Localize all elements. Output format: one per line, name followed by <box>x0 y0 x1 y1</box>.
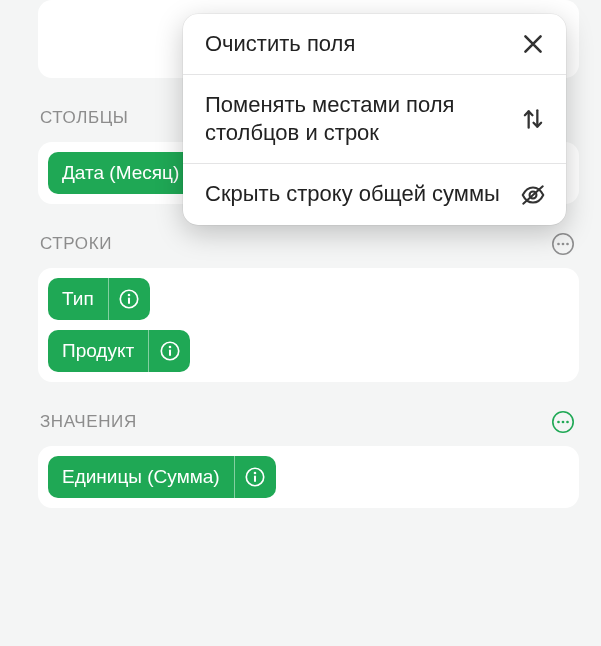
menu-item-clear-fields[interactable]: Очистить поля <box>183 14 566 74</box>
menu-item-hide-total-row[interactable]: Скрыть строку общей суммы <box>183 163 566 224</box>
field-options-menu: Очистить поля Поменять местами поля стол… <box>183 14 566 225</box>
svg-point-5 <box>128 294 131 297</box>
rows-card[interactable]: Тип Продукт <box>38 268 579 382</box>
chip-info-button[interactable] <box>108 278 150 320</box>
values-card[interactable]: Единицы (Сумма) <box>38 446 579 508</box>
svg-point-11 <box>557 421 560 424</box>
chip-label: Дата (Месяц) <box>48 152 193 194</box>
svg-point-3 <box>566 243 569 246</box>
svg-point-2 <box>562 243 565 246</box>
chip-label: Продукт <box>48 330 148 372</box>
field-chip[interactable]: Тип <box>48 278 150 320</box>
section-values: ЗНАЧЕНИЯ Единицы (Сумма) <box>38 408 579 508</box>
menu-item-label: Очистить поля <box>205 30 355 58</box>
svg-point-12 <box>562 421 565 424</box>
rows-more-button[interactable] <box>549 230 577 258</box>
chip-label: Единицы (Сумма) <box>48 456 234 498</box>
section-title-values: ЗНАЧЕНИЯ <box>40 412 137 432</box>
section-title-rows: СТРОКИ <box>40 234 112 254</box>
svg-point-13 <box>566 421 569 424</box>
field-chip[interactable]: Единицы (Сумма) <box>48 456 276 498</box>
eye-off-icon <box>520 182 546 208</box>
chip-label: Тип <box>48 278 108 320</box>
field-chip[interactable]: Продукт <box>48 330 190 372</box>
svg-point-8 <box>168 346 171 349</box>
svg-rect-6 <box>128 297 130 304</box>
menu-item-label: Поменять местами поля столбцов и строк <box>205 91 506 147</box>
section-rows: СТРОКИ Тип <box>38 230 579 382</box>
chip-info-button[interactable] <box>234 456 276 498</box>
swap-vertical-icon <box>520 106 546 132</box>
section-header-values: ЗНАЧЕНИЯ <box>38 408 579 446</box>
svg-point-1 <box>557 243 560 246</box>
svg-rect-16 <box>254 475 256 482</box>
chip-info-button[interactable] <box>148 330 190 372</box>
svg-rect-9 <box>169 349 171 356</box>
section-title-columns: СТОЛБЦЫ <box>40 108 129 128</box>
values-more-button[interactable] <box>549 408 577 436</box>
menu-item-swap-fields[interactable]: Поменять местами поля столбцов и строк <box>183 74 566 163</box>
close-icon <box>520 31 546 57</box>
svg-point-15 <box>254 472 257 475</box>
section-header-rows: СТРОКИ <box>38 230 579 268</box>
menu-item-label: Скрыть строку общей суммы <box>205 180 500 208</box>
